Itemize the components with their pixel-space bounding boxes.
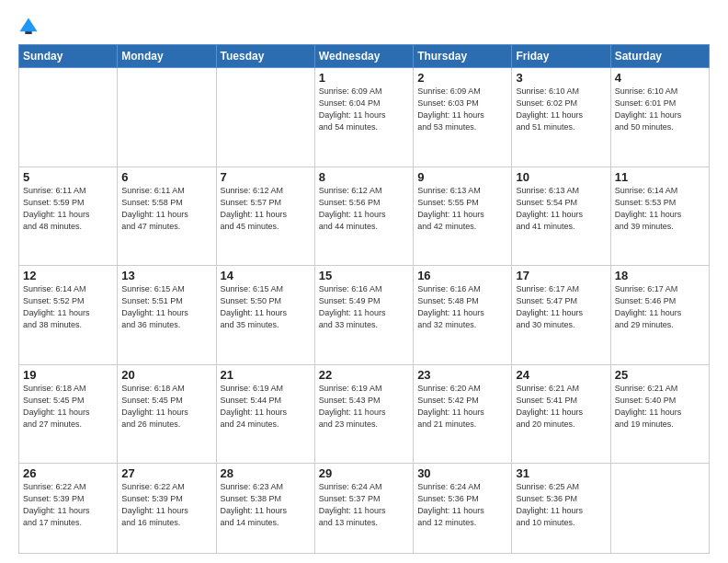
day-info: Sunrise: 6:13 AM Sunset: 5:55 PM Dayligh… (417, 185, 507, 233)
day-info: Sunrise: 6:10 AM Sunset: 6:01 PM Dayligh… (615, 86, 705, 133)
header (18, 17, 710, 37)
week-row-2: 12Sunrise: 6:14 AM Sunset: 5:52 PM Dayli… (19, 266, 710, 365)
weekday-sunday: Sunday (19, 45, 118, 68)
day-cell: 29Sunrise: 6:24 AM Sunset: 5:37 PM Dayli… (314, 464, 413, 554)
day-cell: 30Sunrise: 6:24 AM Sunset: 5:36 PM Dayli… (414, 464, 512, 554)
day-info: Sunrise: 6:22 AM Sunset: 5:39 PM Dayligh… (23, 481, 113, 529)
day-info: Sunrise: 6:13 AM Sunset: 5:54 PM Dayligh… (516, 185, 606, 233)
day-number: 3 (516, 71, 606, 85)
day-cell: 2Sunrise: 6:09 AM Sunset: 6:03 PM Daylig… (414, 68, 512, 167)
day-cell: 18Sunrise: 6:17 AM Sunset: 5:46 PM Dayli… (610, 266, 709, 365)
day-cell: 6Sunrise: 6:11 AM Sunset: 5:58 PM Daylig… (118, 167, 216, 266)
day-number: 19 (23, 368, 113, 382)
day-info: Sunrise: 6:19 AM Sunset: 5:44 PM Dayligh… (221, 383, 311, 431)
day-cell: 24Sunrise: 6:21 AM Sunset: 5:41 PM Dayli… (512, 364, 610, 464)
day-info: Sunrise: 6:24 AM Sunset: 5:37 PM Dayligh… (319, 481, 409, 529)
day-number: 6 (121, 170, 211, 184)
day-info: Sunrise: 6:09 AM Sunset: 6:04 PM Dayligh… (319, 86, 409, 133)
day-number: 13 (121, 269, 211, 282)
day-info: Sunrise: 6:16 AM Sunset: 5:48 PM Dayligh… (417, 283, 507, 331)
logo (18, 17, 40, 37)
day-number: 5 (23, 170, 113, 184)
week-row-3: 19Sunrise: 6:18 AM Sunset: 5:45 PM Dayli… (19, 364, 710, 464)
day-number: 25 (615, 368, 705, 382)
weekday-tuesday: Tuesday (216, 45, 314, 68)
day-info: Sunrise: 6:11 AM Sunset: 5:58 PM Dayligh… (121, 185, 211, 233)
day-cell: 14Sunrise: 6:15 AM Sunset: 5:50 PM Dayli… (216, 266, 314, 365)
day-number: 2 (417, 71, 507, 85)
day-info: Sunrise: 6:14 AM Sunset: 5:52 PM Dayligh… (23, 283, 113, 331)
day-number: 31 (516, 466, 606, 480)
day-info: Sunrise: 6:20 AM Sunset: 5:42 PM Dayligh… (417, 383, 507, 431)
day-info: Sunrise: 6:14 AM Sunset: 5:53 PM Dayligh… (615, 185, 705, 233)
day-info: Sunrise: 6:18 AM Sunset: 5:45 PM Dayligh… (23, 383, 113, 431)
day-cell: 16Sunrise: 6:16 AM Sunset: 5:48 PM Dayli… (414, 266, 512, 365)
day-cell: 10Sunrise: 6:13 AM Sunset: 5:54 PM Dayli… (512, 167, 610, 266)
day-number: 14 (221, 269, 311, 282)
week-row-4: 26Sunrise: 6:22 AM Sunset: 5:39 PM Dayli… (19, 464, 710, 554)
day-cell (19, 68, 118, 167)
day-cell: 20Sunrise: 6:18 AM Sunset: 5:45 PM Dayli… (118, 364, 216, 464)
week-row-0: 1Sunrise: 6:09 AM Sunset: 6:04 PM Daylig… (19, 68, 710, 167)
day-info: Sunrise: 6:11 AM Sunset: 5:59 PM Dayligh… (23, 185, 113, 233)
svg-marker-0 (19, 17, 37, 31)
day-cell (118, 68, 216, 167)
weekday-saturday: Saturday (610, 45, 709, 68)
day-info: Sunrise: 6:22 AM Sunset: 5:39 PM Dayligh… (121, 481, 211, 529)
day-info: Sunrise: 6:17 AM Sunset: 5:46 PM Dayligh… (615, 283, 705, 331)
day-cell: 3Sunrise: 6:10 AM Sunset: 6:02 PM Daylig… (512, 68, 610, 167)
day-number: 1 (319, 71, 409, 85)
day-cell: 9Sunrise: 6:13 AM Sunset: 5:55 PM Daylig… (414, 167, 512, 266)
day-info: Sunrise: 6:18 AM Sunset: 5:45 PM Dayligh… (121, 383, 211, 431)
day-cell: 4Sunrise: 6:10 AM Sunset: 6:01 PM Daylig… (610, 68, 709, 167)
day-number: 21 (221, 368, 311, 382)
day-number: 29 (319, 466, 409, 480)
day-info: Sunrise: 6:24 AM Sunset: 5:36 PM Dayligh… (417, 481, 507, 529)
day-cell: 1Sunrise: 6:09 AM Sunset: 6:04 PM Daylig… (314, 68, 413, 167)
day-info: Sunrise: 6:16 AM Sunset: 5:49 PM Dayligh… (319, 283, 409, 331)
day-number: 7 (221, 170, 311, 184)
day-number: 24 (516, 368, 606, 382)
day-info: Sunrise: 6:15 AM Sunset: 5:50 PM Dayligh… (221, 283, 311, 331)
day-cell: 26Sunrise: 6:22 AM Sunset: 5:39 PM Dayli… (19, 464, 118, 554)
day-number: 16 (417, 269, 507, 282)
day-cell: 8Sunrise: 6:12 AM Sunset: 5:56 PM Daylig… (314, 167, 413, 266)
day-info: Sunrise: 6:25 AM Sunset: 5:36 PM Dayligh… (516, 481, 606, 529)
day-cell: 13Sunrise: 6:15 AM Sunset: 5:51 PM Dayli… (118, 266, 216, 365)
day-number: 15 (319, 269, 409, 282)
day-info: Sunrise: 6:23 AM Sunset: 5:38 PM Dayligh… (221, 481, 311, 529)
page: SundayMondayTuesdayWednesdayThursdayFrid… (0, 0, 728, 563)
day-info: Sunrise: 6:12 AM Sunset: 5:57 PM Dayligh… (221, 185, 311, 233)
day-cell: 21Sunrise: 6:19 AM Sunset: 5:44 PM Dayli… (216, 364, 314, 464)
week-row-1: 5Sunrise: 6:11 AM Sunset: 5:59 PM Daylig… (19, 167, 710, 266)
day-cell: 19Sunrise: 6:18 AM Sunset: 5:45 PM Dayli… (19, 364, 118, 464)
day-cell: 17Sunrise: 6:17 AM Sunset: 5:47 PM Dayli… (512, 266, 610, 365)
day-number: 28 (221, 466, 311, 480)
day-number: 20 (121, 368, 211, 382)
logo-icon (18, 17, 39, 37)
day-info: Sunrise: 6:21 AM Sunset: 5:41 PM Dayligh… (516, 383, 606, 431)
day-number: 23 (417, 368, 507, 382)
day-number: 26 (23, 466, 113, 480)
day-info: Sunrise: 6:15 AM Sunset: 5:51 PM Dayligh… (121, 283, 211, 331)
weekday-header-row: SundayMondayTuesdayWednesdayThursdayFrid… (19, 45, 710, 68)
day-number: 17 (516, 269, 606, 282)
day-info: Sunrise: 6:12 AM Sunset: 5:56 PM Dayligh… (319, 185, 409, 233)
day-number: 27 (121, 466, 211, 480)
weekday-monday: Monday (118, 45, 216, 68)
day-number: 11 (615, 170, 705, 184)
day-cell: 7Sunrise: 6:12 AM Sunset: 5:57 PM Daylig… (216, 167, 314, 266)
day-number: 22 (319, 368, 409, 382)
day-info: Sunrise: 6:10 AM Sunset: 6:02 PM Dayligh… (516, 86, 606, 133)
day-cell: 23Sunrise: 6:20 AM Sunset: 5:42 PM Dayli… (414, 364, 512, 464)
weekday-thursday: Thursday (414, 45, 512, 68)
day-cell: 15Sunrise: 6:16 AM Sunset: 5:49 PM Dayli… (314, 266, 413, 365)
day-cell: 31Sunrise: 6:25 AM Sunset: 5:36 PM Dayli… (512, 464, 610, 554)
weekday-wednesday: Wednesday (314, 45, 413, 68)
day-info: Sunrise: 6:21 AM Sunset: 5:40 PM Dayligh… (615, 383, 705, 431)
day-cell: 12Sunrise: 6:14 AM Sunset: 5:52 PM Dayli… (19, 266, 118, 365)
day-cell: 27Sunrise: 6:22 AM Sunset: 5:39 PM Dayli… (118, 464, 216, 554)
day-number: 12 (23, 269, 113, 282)
day-cell (216, 68, 314, 167)
day-number: 30 (417, 466, 507, 480)
